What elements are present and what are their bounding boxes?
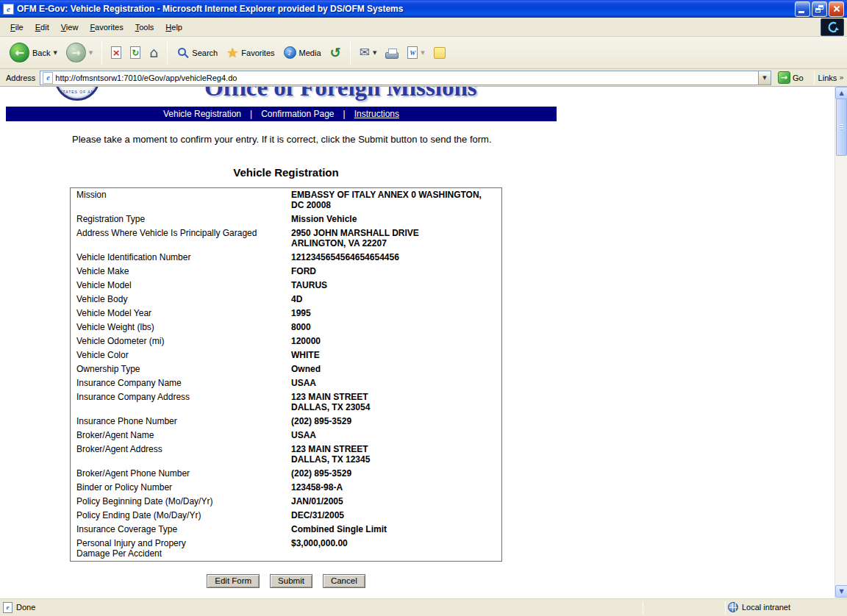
nav-vehicle-registration: Vehicle Registration	[163, 109, 241, 119]
search-icon	[178, 48, 186, 56]
menu-tools[interactable]: Tools	[129, 19, 160, 35]
restore-button[interactable]	[812, 1, 827, 17]
status-divider	[725, 601, 726, 614]
field-value: 123 MAIN STREET DALLAS, TX 12345	[285, 443, 501, 467]
page-favicon: e	[43, 72, 53, 84]
field-label: Personal Injury and Propery Damage Per A…	[71, 537, 285, 561]
forward-icon: →	[66, 43, 86, 62]
menu-edit[interactable]: Edit	[29, 19, 55, 35]
field-label: Insurance Coverage Type	[71, 523, 285, 537]
status-bar: e Done Local intranet	[0, 598, 847, 616]
field-label: Mission	[71, 188, 285, 212]
edit-word-icon: W	[407, 46, 418, 59]
print-button[interactable]	[382, 45, 402, 61]
field-value: 120000	[285, 334, 501, 348]
nav-instructions-link[interactable]: Instructions	[354, 109, 399, 119]
table-row: Vehicle Model Year 1995	[71, 307, 501, 320]
go-button[interactable]: → Go	[776, 71, 806, 85]
search-button[interactable]: Search	[173, 44, 221, 61]
browser-window: e OFM E-Gov: Vehicle Registration - Micr…	[0, 0, 847, 616]
links-label[interactable]: Links	[818, 74, 837, 82]
field-label: Broker/Agent Phone Number	[71, 467, 285, 481]
table-row: Ownership Type Owned	[71, 362, 501, 376]
edit-form-button[interactable]: Edit Form	[207, 574, 260, 588]
field-value: 1212345654564654654456	[285, 251, 501, 265]
media-icon: ♪	[284, 46, 296, 59]
page-content: STATES OF AM Office of Foreign Missions …	[0, 87, 835, 598]
table-row: Policy Ending Date (Mo/Day/Yr) DEC/31/20…	[71, 509, 501, 523]
chevron-down-icon: ▼	[762, 75, 766, 81]
field-value: Owned	[285, 362, 501, 376]
table-row: Insurance Company Address 123 MAIN STREE…	[71, 390, 501, 415]
table-row: Address Where Vehicle Is Principally Gar…	[71, 226, 501, 251]
field-value: $3,000,000.00	[285, 537, 501, 561]
favorites-button[interactable]: ★ Favorites	[223, 44, 278, 62]
edit-button[interactable]: W ▼	[404, 44, 428, 61]
menu-favorites[interactable]: Favorites	[84, 19, 129, 35]
nav-confirmation-page: Confirmation Page	[261, 109, 334, 119]
forward-dropdown-icon[interactable]: ▼	[89, 50, 93, 56]
confirmation-instructions: Please take a moment to confirm your ent…	[72, 134, 492, 145]
field-value: 8000	[285, 320, 501, 334]
address-separator	[814, 71, 815, 85]
vertical-scrollbar[interactable]: ▲ ▼	[835, 87, 847, 598]
back-dropdown-icon[interactable]: ▼	[53, 50, 57, 56]
go-arrow-icon: →	[778, 71, 790, 84]
forward-button[interactable]: → ▼	[62, 40, 96, 65]
table-row: Personal Injury and Propery Damage Per A…	[71, 537, 501, 561]
submit-button[interactable]: Submit	[270, 574, 312, 588]
field-value: USAA	[285, 429, 501, 443]
field-value: JAN/01/2005	[285, 495, 501, 509]
field-label: Binder or Policy Number	[71, 481, 285, 495]
scroll-down-button[interactable]: ▼	[835, 585, 847, 598]
address-combo: e ▼	[40, 71, 771, 85]
intranet-zone-icon	[728, 602, 738, 612]
history-button[interactable]: ↺	[326, 44, 345, 62]
home-button[interactable]: ⌂	[146, 43, 162, 62]
field-value: (202) 895-3529	[285, 467, 501, 481]
address-input[interactable]	[55, 72, 758, 84]
field-label: Vehicle Color	[71, 348, 285, 362]
media-button[interactable]: ♪ Media	[280, 44, 325, 61]
notes-icon	[434, 47, 446, 59]
table-row: Mission EMBASSY OF ITALY ANNEX 0 WASHING…	[71, 188, 501, 212]
field-label: Vehicle Body	[71, 293, 285, 307]
site-nav-bar: Vehicle Registration | Confirmation Page…	[6, 107, 557, 121]
close-button[interactable]	[829, 1, 844, 17]
cancel-button[interactable]: Cancel	[323, 574, 365, 588]
address-dropdown-button[interactable]: ▼	[758, 71, 771, 85]
go-label: Go	[793, 74, 804, 82]
field-label: Vehicle Make	[71, 265, 285, 279]
refresh-button[interactable]: ↻	[126, 44, 144, 61]
address-bar: Address e ▼ → Go Links »	[0, 69, 847, 87]
table-row: Broker/Agent Name USAA	[71, 429, 501, 443]
scrollbar-thumb[interactable]	[836, 99, 847, 156]
menu-file[interactable]: File	[4, 19, 29, 35]
field-label: Vehicle Model	[71, 279, 285, 293]
mail-button[interactable]: ✉ ▼	[356, 44, 381, 61]
scroll-up-button[interactable]: ▲	[835, 87, 847, 99]
confirmation-table: Mission EMBASSY OF ITALY ANNEX 0 WASHING…	[70, 187, 502, 562]
stop-button[interactable]: ×	[107, 44, 125, 61]
restore-icon	[815, 5, 823, 12]
field-label: Vehicle Model Year	[71, 307, 285, 320]
menu-help[interactable]: Help	[160, 19, 188, 35]
status-page-icon: e	[3, 602, 12, 613]
mail-dropdown-icon[interactable]: ▼	[373, 50, 376, 56]
field-label: Insurance Company Name	[71, 376, 285, 390]
field-label: Address Where Vehicle Is Principally Gar…	[71, 226, 285, 251]
toolbar-separator	[101, 41, 102, 65]
table-row: Vehicle Model TAURUS	[71, 279, 501, 293]
field-value: (202) 895-3529	[285, 415, 501, 429]
back-button[interactable]: ← Back ▼	[6, 40, 61, 65]
site-title: Office of Foreign Missions	[204, 87, 477, 101]
links-chevron-icon[interactable]: »	[839, 73, 844, 82]
brand-icon	[821, 18, 844, 36]
menu-view[interactable]: View	[55, 19, 85, 35]
discuss-button[interactable]	[430, 45, 449, 61]
minimize-button[interactable]	[795, 1, 810, 17]
field-value: 2950 JOHN MARSHALL DRIVE ARLINGTON, VA 2…	[285, 226, 501, 251]
field-label: Registration Type	[71, 212, 285, 226]
field-value: Combined Single Limit	[285, 523, 501, 537]
toolbar-separator	[350, 41, 351, 65]
